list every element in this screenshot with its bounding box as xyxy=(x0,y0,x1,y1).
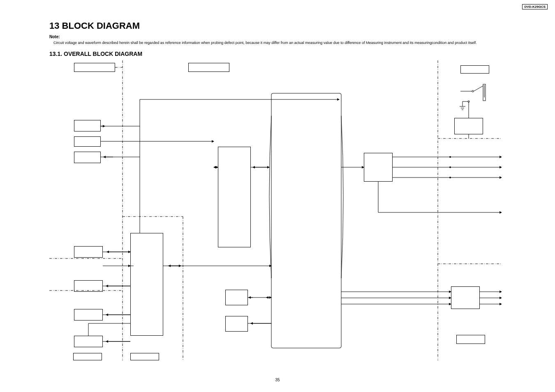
svg-point-67 xyxy=(472,90,474,92)
note-label: Note: xyxy=(49,35,508,39)
svg-line-69 xyxy=(474,86,483,91)
page-number: 35 xyxy=(275,378,280,382)
sub-heading: 13.1. OVERALL BLOCK DIAGRAM xyxy=(49,51,508,57)
diagram-wires xyxy=(49,60,502,360)
svg-rect-23 xyxy=(271,93,341,348)
main-heading: 13 BLOCK DIAGRAM xyxy=(49,21,508,31)
page-content: 13 BLOCK DIAGRAM Note: Circuit voltage a… xyxy=(0,0,555,360)
model-label: DVD-K29GCS xyxy=(522,4,548,9)
block-diagram xyxy=(49,60,502,360)
note-text: Circuit voltage and waveform described h… xyxy=(53,41,508,45)
